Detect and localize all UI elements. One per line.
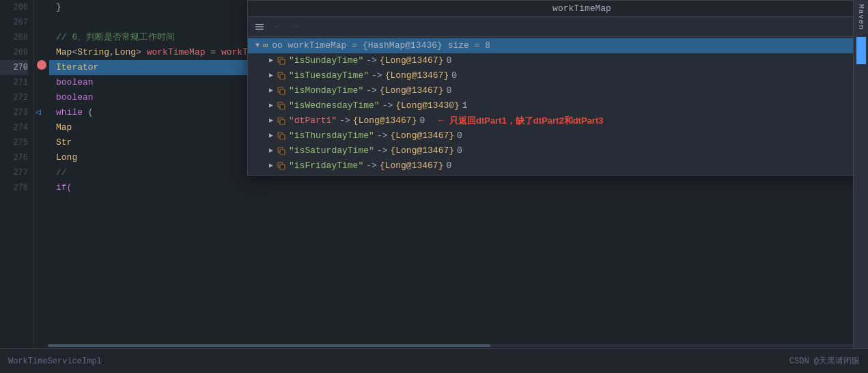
scroll-track — [48, 344, 853, 347]
map-icon-2 — [277, 86, 286, 96]
csdn-watermark: CSDN @天黑请闭眼 — [789, 357, 860, 366]
tree-value-1: {Long@13467} — [385, 68, 449, 83]
svg-rect-14 — [280, 135, 285, 139]
svg-rect-6 — [280, 74, 285, 79]
line-267: 267 — [0, 15, 28, 30]
tree-expand-1[interactable]: ▶ — [266, 70, 277, 81]
tree-expand-2[interactable]: ▶ — [266, 85, 277, 96]
status-bar: WorkTimeServiceImpl CSDN @天黑请闭眼 — [0, 348, 868, 373]
line-269: 269 — [0, 45, 28, 60]
annotation-text: 只返回dtPart1，缺了dtPart2和dtPart3 — [449, 113, 603, 128]
root-icon: ∞ — [263, 38, 268, 53]
tree-key-5: "isThursdayTime" — [289, 128, 374, 143]
map-icon-6 — [277, 146, 286, 156]
back-button[interactable]: ← — [270, 19, 285, 34]
debug-tree: ▼ ∞ oo workTimeMap = {HashMap@13436} siz… — [248, 37, 853, 175]
tree-expand-6[interactable]: ▶ — [266, 146, 277, 156]
debug-root-row[interactable]: ▼ ∞ oo workTimeMap = {HashMap@13436} siz… — [248, 38, 853, 53]
tree-key-6: "isSaturdayTime" — [289, 143, 374, 158]
settings-button[interactable] — [252, 19, 267, 34]
line-266: 266 — [0, 0, 28, 15]
sidebar-label: Maven — [856, 0, 867, 34]
tree-row-1[interactable]: ▶ "isTuesdayTime" -> {Long@13467} 0 — [248, 68, 853, 83]
svg-rect-0 — [255, 24, 264, 25]
line-275: 275 — [0, 135, 28, 150]
tree-expand-7[interactable]: ▶ — [266, 161, 277, 171]
line-271: 271 — [0, 75, 28, 90]
scroll-thumb[interactable] — [48, 344, 490, 347]
line-270: 270 — [0, 60, 28, 75]
line-274: 274 — [0, 120, 28, 135]
line-numbers: 266 267 268 269 270 271 272 273 274 275 … — [0, 0, 34, 373]
svg-rect-8 — [280, 89, 285, 94]
status-right: CSDN @天黑请闭眼 — [789, 355, 860, 367]
tree-expand-4[interactable]: ▶ — [266, 115, 277, 126]
line-272: 272 — [0, 90, 28, 105]
tree-key-3: "isWednesdayTime" — [289, 98, 380, 113]
editor-container: 266 267 268 269 270 271 272 273 274 275 … — [0, 0, 868, 373]
tree-row-2[interactable]: ▶ "isMondayTime" -> {Long@13467} 0 — [248, 83, 853, 98]
breakpoint-270[interactable] — [37, 60, 46, 70]
code-area: } // 6、判断是否常规工作时间 Map<String,Long> workT… — [49, 0, 853, 373]
map-icon-0 — [277, 56, 286, 66]
scrollbar-container[interactable] — [48, 343, 853, 348]
tree-value-5: {Long@13467} — [390, 128, 454, 143]
debug-popup: workTimeMap ← → ▼ ∞ — [247, 0, 853, 176]
tree-row-0[interactable]: ▶ "isSundayTime" -> {Long@13467} 0 — [248, 53, 853, 68]
tree-row-5[interactable]: ▶ "isThursdayTime" -> {Long@13467} 0 — [248, 128, 853, 143]
tree-row-dtpart1[interactable]: ▶ "dtPart1" -> {Long@13467} 0 ← 只返回dtPar… — [248, 113, 853, 128]
status-left: WorkTimeServiceImpl — [8, 357, 102, 366]
tree-expand-0[interactable]: ▶ — [266, 55, 277, 66]
tree-row-7[interactable]: ▶ "isFridayTime" -> {Long@13467} 0 — [248, 158, 853, 174]
map-icon-3 — [277, 101, 286, 111]
line-277: 277 — [0, 165, 28, 180]
tree-value-3: {Long@13430} — [395, 98, 460, 113]
svg-rect-1 — [255, 27, 264, 28]
tree-value-0: {Long@13467} — [380, 53, 444, 68]
tree-value-6: {Long@13467} — [390, 143, 454, 158]
popup-toolbar: ← → — [248, 17, 853, 37]
tree-key-2: "isMondayTime" — [289, 83, 363, 98]
status-breadcrumb: WorkTimeServiceImpl — [8, 357, 102, 366]
line-273: 273 — [0, 105, 28, 120]
tree-key-1: "isTuesdayTime" — [289, 68, 369, 83]
forward-button[interactable]: → — [288, 19, 303, 34]
map-icon-7 — [277, 161, 286, 171]
arrow-icon: ← — [438, 113, 444, 128]
map-icon-1 — [277, 71, 286, 81]
tree-key-7: "isFridayTime" — [289, 158, 363, 174]
line-276: 276 — [0, 150, 28, 165]
popup-title: workTimeMap — [552, 3, 611, 14]
tree-expand-root[interactable]: ▼ — [252, 40, 263, 51]
popup-title-bar: workTimeMap — [248, 1, 853, 17]
svg-rect-12 — [280, 120, 285, 124]
debug-pointer-273: ◁ — [36, 105, 41, 120]
root-label: oo workTimeMap = {HashMap@13436} size = … — [272, 38, 490, 53]
code-line-278: if( — [49, 180, 853, 195]
gutter-col: ◁ — [34, 0, 49, 373]
map-icon-4 — [277, 116, 286, 126]
tree-value-2: {Long@13467} — [380, 83, 444, 98]
svg-rect-10 — [280, 105, 285, 109]
svg-rect-18 — [280, 165, 285, 169]
tree-key-0: "isSundayTime" — [289, 53, 363, 68]
svg-rect-16 — [280, 150, 285, 154]
sidebar-indicator — [856, 37, 866, 64]
map-icon-5 — [277, 131, 286, 141]
tree-key-dtpart1: "dtPart1" — [289, 113, 337, 128]
tree-expand-3[interactable]: ▶ — [266, 100, 277, 111]
line-268: 268 — [0, 30, 28, 45]
tree-row-3[interactable]: ▶ "isWednesdayTime" -> {Long@13430} 1 — [248, 98, 853, 113]
svg-rect-2 — [255, 29, 264, 30]
tree-value-dtpart1: {Long@13467} — [353, 113, 417, 128]
tree-value-7: {Long@13467} — [380, 158, 444, 174]
right-sidebar: Maven — [853, 0, 868, 373]
tree-expand-5[interactable]: ▶ — [266, 130, 277, 141]
tree-row-6[interactable]: ▶ "isSaturdayTime" -> {Long@13467} 0 — [248, 143, 853, 158]
line-278: 278 — [0, 180, 28, 195]
svg-rect-4 — [280, 59, 285, 64]
